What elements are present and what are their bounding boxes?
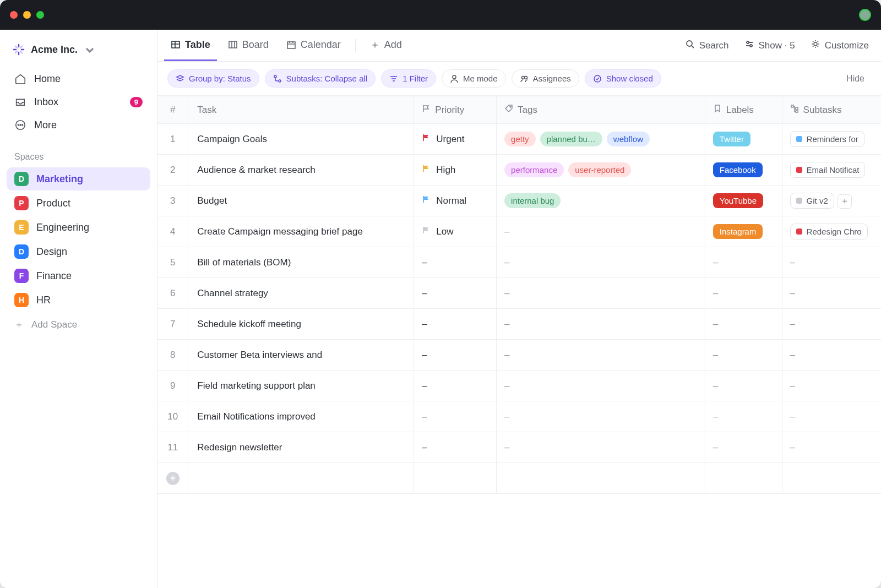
tag-performance[interactable]: performance xyxy=(504,162,564,177)
labels-cell[interactable]: – xyxy=(705,340,782,371)
tags-cell[interactable]: gettyplanned bu…webflow xyxy=(497,124,705,155)
col-labels-header[interactable]: Labels xyxy=(705,96,782,124)
label-facebook[interactable]: Facebook xyxy=(713,162,763,177)
minimize-window-button[interactable] xyxy=(23,11,31,19)
task-row[interactable]: 9Field marketing support plan–––– xyxy=(157,371,881,401)
priority-cell[interactable]: High xyxy=(414,155,497,186)
task-name[interactable]: Customer Beta interviews and xyxy=(188,340,414,371)
search-button[interactable]: Search xyxy=(679,36,735,55)
tags-cell[interactable]: – xyxy=(497,309,705,340)
col-priority-header[interactable]: Priority xyxy=(414,96,497,124)
me-mode-chip[interactable]: Me mode xyxy=(442,69,506,88)
space-item-product[interactable]: PProduct xyxy=(7,192,150,215)
tags-cell[interactable]: – xyxy=(497,278,705,309)
subtasks-cell[interactable]: – xyxy=(782,309,881,340)
tag-user_reported[interactable]: user-reported xyxy=(568,162,631,177)
subtasks-cell[interactable]: Git v2＋ xyxy=(782,186,881,216)
subtasks-chip[interactable]: Subtasks: Collapse all xyxy=(265,69,376,88)
task-name[interactable]: Create Campaign messaging brief page xyxy=(188,216,414,247)
tag-getty[interactable]: getty xyxy=(504,132,536,146)
task-name[interactable]: Audience & market research xyxy=(188,155,414,186)
add-subtask-button[interactable]: ＋ xyxy=(838,194,852,209)
labels-cell[interactable]: – xyxy=(705,401,782,432)
customize-button[interactable]: Customize xyxy=(805,36,874,55)
labels-cell[interactable]: Instagram xyxy=(705,216,782,247)
labels-cell[interactable]: – xyxy=(705,432,782,463)
show-button[interactable]: Show · 5 xyxy=(739,36,801,55)
subtask-pill[interactable]: Reminders for xyxy=(790,131,864,147)
tags-cell[interactable]: – xyxy=(497,401,705,432)
task-row[interactable]: 10Email Notifications improved–––– xyxy=(157,401,881,432)
add-task-row[interactable]: ＋ xyxy=(157,463,881,494)
subtasks-cell[interactable]: Redesign Chro xyxy=(782,216,881,247)
task-name[interactable]: Schedule kickoff meeting xyxy=(188,309,414,340)
priority-cell[interactable]: – xyxy=(414,247,497,278)
tab-table[interactable]: Table xyxy=(164,30,217,61)
task-row[interactable]: 11Redesign newsletter–––– xyxy=(157,432,881,463)
subtasks-cell[interactable]: Reminders for xyxy=(782,124,881,155)
priority-cell[interactable]: Normal xyxy=(414,186,497,216)
tags-cell[interactable]: – xyxy=(497,340,705,371)
subtask-pill[interactable]: Git v2 xyxy=(790,193,834,209)
tab-board[interactable]: Board xyxy=(221,30,275,61)
task-name[interactable]: Email Notifications improved xyxy=(188,401,414,432)
label-instagram[interactable]: Instagram xyxy=(713,224,763,239)
assignees-chip[interactable]: Assignees xyxy=(512,69,579,88)
col-number-header[interactable]: # xyxy=(157,96,188,124)
task-row[interactable]: 7Schedule kickoff meeting–––– xyxy=(157,309,881,340)
subtask-pill[interactable]: Redesign Chro xyxy=(790,224,868,239)
task-row[interactable]: 1Campaign GoalsUrgentgettyplanned bu…web… xyxy=(157,124,881,155)
subtasks-cell[interactable]: Email Notificat xyxy=(782,155,881,186)
task-name[interactable]: Field marketing support plan xyxy=(188,371,414,401)
task-row[interactable]: 3BudgetNormalinternal bugYouTubbeGit v2＋ xyxy=(157,186,881,216)
subtasks-cell[interactable]: – xyxy=(782,371,881,401)
priority-cell[interactable]: – xyxy=(414,371,497,401)
task-name[interactable]: Campaign Goals xyxy=(188,124,414,155)
tag-webflow[interactable]: webflow xyxy=(607,132,650,146)
labels-cell[interactable]: – xyxy=(705,247,782,278)
tag-planned_bu[interactable]: planned bu… xyxy=(540,132,602,146)
labels-cell[interactable]: – xyxy=(705,371,782,401)
tags-cell[interactable]: performanceuser-reported xyxy=(497,155,705,186)
labels-cell[interactable]: Facebook xyxy=(705,155,782,186)
tab-calendar[interactable]: Calendar xyxy=(280,30,347,61)
priority-cell[interactable]: Urgent xyxy=(414,124,497,155)
priority-cell[interactable]: – xyxy=(414,309,497,340)
labels-cell[interactable]: Twitter xyxy=(705,124,782,155)
priority-cell[interactable]: – xyxy=(414,340,497,371)
show-closed-chip[interactable]: Show closed xyxy=(585,69,661,88)
subtasks-cell[interactable]: – xyxy=(782,278,881,309)
col-task-header[interactable]: Task xyxy=(188,96,414,124)
user-avatar[interactable] xyxy=(859,9,871,21)
task-row[interactable]: 6Channel strategy–––– xyxy=(157,278,881,309)
task-row[interactable]: 8Customer Beta interviews and–––– xyxy=(157,340,881,371)
tags-cell[interactable]: – xyxy=(497,432,705,463)
col-subtasks-header[interactable]: Subtasks xyxy=(782,96,881,124)
filter-chip[interactable]: 1 Filter xyxy=(381,69,436,88)
space-item-hr[interactable]: HHR xyxy=(7,288,150,312)
subtasks-cell[interactable]: – xyxy=(782,401,881,432)
nav-more[interactable]: More xyxy=(7,113,150,137)
nav-inbox[interactable]: Inbox 9 xyxy=(7,90,150,113)
workspace-switcher[interactable]: Acme Inc. xyxy=(0,36,157,63)
tags-cell[interactable]: – xyxy=(497,247,705,278)
task-name[interactable]: Budget xyxy=(188,186,414,216)
priority-cell[interactable]: – xyxy=(414,401,497,432)
add-space-button[interactable]: ＋ Add Space xyxy=(0,313,157,336)
hide-filters-button[interactable]: Hide xyxy=(840,74,871,84)
labels-cell[interactable]: YouTubbe xyxy=(705,186,782,216)
tag-internal_bug[interactable]: internal bug xyxy=(504,193,561,208)
maximize-window-button[interactable] xyxy=(36,11,44,19)
priority-cell[interactable]: – xyxy=(414,432,497,463)
tags-cell[interactable]: – xyxy=(497,371,705,401)
priority-cell[interactable]: Low xyxy=(414,216,497,247)
space-item-engineering[interactable]: EEngineering xyxy=(7,216,150,239)
col-tags-header[interactable]: Tags xyxy=(497,96,705,124)
subtasks-cell[interactable]: – xyxy=(782,432,881,463)
group-by-chip[interactable]: Group by: Status xyxy=(167,69,259,88)
space-item-marketing[interactable]: DMarketing xyxy=(7,167,150,190)
close-window-button[interactable] xyxy=(10,11,18,19)
task-row[interactable]: 4Create Campaign messaging brief pageLow… xyxy=(157,216,881,247)
task-name[interactable]: Bill of materials (BOM) xyxy=(188,247,414,278)
subtasks-cell[interactable]: – xyxy=(782,340,881,371)
